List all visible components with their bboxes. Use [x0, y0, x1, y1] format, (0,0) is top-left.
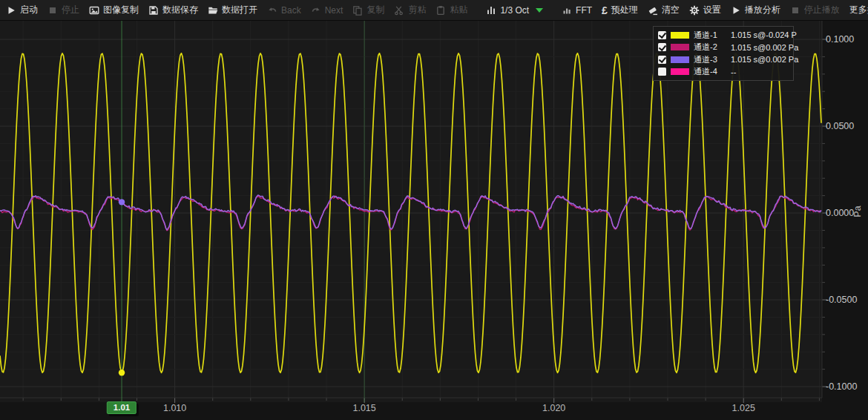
x-tick-label: 1.025 [732, 403, 755, 413]
toolbar: 启动停止 图像复制 数据保存 数据打开 Back Next 复制 剪粘 粘贴 [0, 0, 868, 21]
preprocess-button[interactable]: £预处理 [602, 4, 638, 16]
cursor-time-badge[interactable]: 1.01 [107, 401, 137, 414]
stop-icon [47, 5, 58, 16]
channel-1-color-swatch [671, 32, 689, 39]
channel-2-color-swatch [671, 44, 689, 50]
cut-button[interactable]: 剪粘 [394, 4, 426, 16]
folder-icon [208, 5, 218, 16]
y-tick-label: 0.1000 [826, 34, 854, 45]
toolbar-item-label: 数据打开 [222, 4, 257, 16]
legend-row-channel-4[interactable]: 通道-4-- [658, 66, 789, 79]
legend: 通道-11.015 s@-0.024 P通道-21.015 s@0.002 Pa… [653, 26, 794, 81]
toolbar-item-label: FFT [576, 5, 592, 16]
channel-1-checkbox[interactable] [658, 31, 666, 39]
copy-button[interactable]: 复制 [352, 4, 384, 16]
image-copy-button[interactable]: 图像复制 [89, 4, 139, 16]
toolbar-item-label: 设置 [703, 4, 721, 16]
toolbar-item-label: 预处理 [611, 4, 638, 16]
toolbar-item-label: Back [281, 5, 301, 16]
legend-row-channel-2[interactable]: 通道-21.015 s@0.002 Pa [658, 42, 789, 54]
paste-button[interactable]: 粘贴 [435, 4, 467, 16]
channel-3-checkbox[interactable] [658, 56, 666, 64]
legend-cursor-value: -- [731, 68, 736, 76]
legend-cursor-value: 1.015 s@0.002 Pa [731, 55, 798, 64]
dropdown-arrow-icon [536, 8, 543, 13]
legend-row-channel-1[interactable]: 通道-11.015 s@-0.024 P [658, 29, 789, 42]
toolbar-item-label: 启动 [20, 4, 38, 16]
gear-icon [689, 5, 700, 16]
paste-icon [435, 5, 446, 16]
y-tick-label: -0.0500 [826, 295, 857, 305]
toolbar-item-label: Next [325, 5, 343, 16]
y-tick-label: 0.0000 [826, 208, 854, 218]
toolbar-item-label: 数据保存 [162, 4, 198, 16]
stop-button[interactable]: 停止 [47, 4, 79, 16]
cut-icon [394, 5, 404, 16]
app-window: 启动停止 图像复制 数据保存 数据打开 Back Next 复制 剪粘 粘贴 [0, 0, 868, 420]
channel-3-color-swatch [671, 56, 689, 63]
fft-button[interactable]: FFT [562, 5, 592, 16]
settings-button[interactable]: 设置 [689, 4, 721, 16]
toolbar-item-label: 图像复制 [103, 4, 139, 16]
legend-channel-label: 通道-4 [694, 66, 726, 77]
toolbar-item-label: 1/3 Oct [500, 5, 529, 16]
copy-icon [352, 5, 363, 16]
toolbar-item-label: 更多操 [849, 4, 868, 16]
play-icon [731, 5, 741, 16]
toolbar-item-label: 播放分析 [745, 4, 780, 16]
legend-channel-label: 通道-3 [694, 54, 726, 65]
y-tick-label: -0.1000 [826, 381, 857, 392]
save-icon [148, 5, 159, 16]
chart-area: 0.10000.05000.0000-0.0500-0.1000 1.0101.… [0, 21, 868, 420]
channel-4-checkbox[interactable] [658, 68, 666, 76]
channel-2-checkbox[interactable] [658, 43, 666, 51]
toolbar-item-label: 粘贴 [450, 4, 467, 16]
legend-channel-label: 通道-2 [694, 42, 726, 53]
data-open-button[interactable]: 数据打开 [208, 4, 257, 16]
stop-play-button[interactable]: 停止播放 [790, 4, 840, 16]
legend-channel-label: 通道-1 [694, 30, 726, 41]
eraser-icon [648, 5, 658, 16]
stop-icon [790, 5, 800, 16]
play-analysis-button[interactable]: 播放分析 [731, 4, 780, 16]
toolbar-item-label: 复制 [366, 4, 384, 16]
data-save-button[interactable]: 数据保存 [148, 4, 198, 16]
toolbar-item-label: 停止播放 [804, 4, 840, 16]
more-actions-button[interactable]: 更多操 [849, 4, 868, 16]
next-button[interactable]: Next [311, 5, 343, 16]
back-button[interactable]: Back [267, 5, 301, 16]
play-icon [6, 5, 16, 16]
x-tick-label: 1.010 [163, 403, 186, 413]
redo-icon [311, 5, 321, 16]
toolbar-item-label: 停止 [62, 4, 79, 16]
clear-button[interactable]: 清空 [648, 4, 680, 16]
toolbar-item-label: 清空 [662, 4, 680, 16]
eq-bars-icon [486, 5, 496, 16]
legend-cursor-value: 1.015 s@-0.024 P [731, 30, 797, 39]
y-tick-label: 0.0500 [826, 121, 854, 131]
image-icon [89, 5, 99, 16]
x-tick-label: 1.015 [352, 403, 375, 413]
mini-bars-icon [562, 5, 572, 16]
pound-icon: £ [602, 5, 608, 16]
start-button[interactable]: 启动 [6, 4, 38, 16]
cursor-marker-dot[interactable] [119, 370, 125, 375]
undo-icon [267, 5, 277, 16]
cursor-marker-dot[interactable] [119, 199, 125, 205]
toolbar-item-label: 剪粘 [408, 4, 426, 16]
legend-row-channel-3[interactable]: 通道-31.015 s@0.002 Pa [658, 53, 789, 66]
x-tick-label: 1.020 [542, 403, 565, 413]
octave-band-dropdown[interactable]: 1/3 Oct [486, 5, 543, 16]
y-axis-unit-label: Pa [852, 206, 863, 217]
channel-4-color-swatch [671, 68, 689, 75]
legend-cursor-value: 1.015 s@0.002 Pa [731, 43, 798, 52]
